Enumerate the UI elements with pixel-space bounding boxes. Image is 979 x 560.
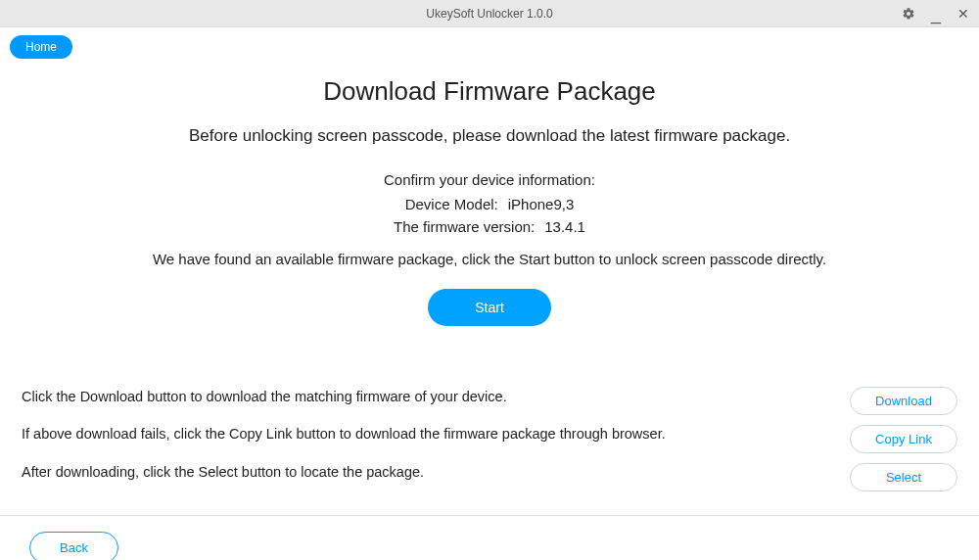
- download-button[interactable]: Download: [850, 387, 957, 415]
- page-subtitle: Before unlocking screen passcode, please…: [20, 126, 959, 146]
- main-content: Download Firmware Package Before unlocki…: [0, 59, 979, 326]
- window-controls: _ ✕: [901, 6, 971, 22]
- start-button[interactable]: Start: [428, 289, 551, 326]
- actions-instructions: Click the Download button to download th…: [22, 387, 830, 499]
- nav-row: Home: [0, 27, 979, 59]
- back-button[interactable]: Back: [29, 532, 118, 560]
- page-title: Download Firmware Package: [20, 76, 959, 107]
- firmware-version-value: 13.4.1: [544, 218, 585, 235]
- device-model-row: Device Model: iPhone9,3: [20, 196, 959, 212]
- titlebar: UkeySoft Unlocker 1.0.0 _ ✕: [0, 0, 979, 27]
- status-text: We have found an available firmware pack…: [20, 251, 959, 267]
- instruction-select: After downloading, click the Select butt…: [22, 462, 830, 482]
- home-button[interactable]: Home: [10, 35, 72, 59]
- actions-section: Click the Download button to download th…: [0, 387, 979, 515]
- device-model-label: Device Model:: [405, 196, 498, 212]
- settings-icon[interactable]: [901, 6, 916, 22]
- window-title: UkeySoft Unlocker 1.0.0: [426, 7, 552, 21]
- actions-buttons: Download Copy Link Select: [850, 387, 957, 491]
- device-model-value: iPhone9,3: [508, 196, 575, 212]
- footer: Back: [0, 515, 979, 560]
- select-button[interactable]: Select: [850, 463, 957, 491]
- firmware-version-label: The firmware version:: [394, 218, 535, 235]
- instruction-download: Click the Download button to download th…: [22, 387, 830, 406]
- close-icon[interactable]: ✕: [956, 6, 971, 22]
- firmware-version-row: The firmware version: 13.4.1: [20, 218, 959, 235]
- instruction-copylink: If above download fails, click the Copy …: [22, 424, 830, 443]
- confirm-label: Confirm your device information:: [20, 171, 959, 188]
- copy-link-button[interactable]: Copy Link: [850, 425, 957, 453]
- minimize-icon[interactable]: _: [928, 6, 944, 22]
